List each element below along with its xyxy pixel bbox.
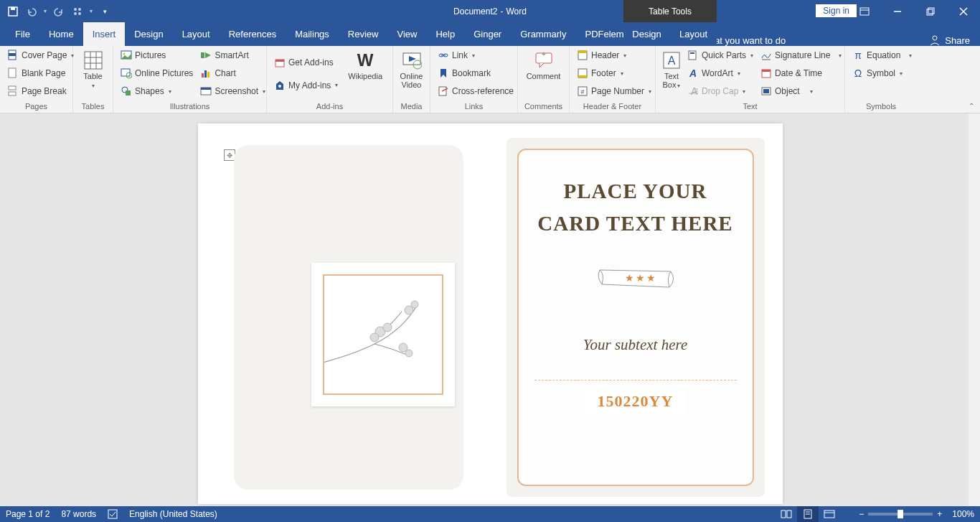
document-area[interactable]: ✥: [0, 113, 980, 506]
cover-page-button[interactable]: Cover Page▾: [6, 47, 75, 63]
pictures-button[interactable]: Pictures: [119, 47, 194, 63]
svg-rect-37: [201, 88, 211, 90]
read-mode-icon[interactable]: [776, 506, 797, 522]
wikipedia-button[interactable]: W Wikipedia: [344, 47, 387, 100]
vertical-scrollbar[interactable]: [969, 113, 980, 506]
tab-ginger[interactable]: Ginger: [464, 22, 511, 46]
blank-page-button[interactable]: Blank Page: [6, 65, 75, 81]
get-addins-button[interactable]: Get Add-ins: [273, 55, 339, 70]
save-icon[interactable]: [4, 3, 22, 20]
touch-more-icon[interactable]: ▾: [88, 3, 95, 20]
qat-customize-icon[interactable]: ▾: [96, 3, 113, 20]
word-count[interactable]: 87 words: [61, 509, 96, 519]
svg-text:★: ★: [646, 272, 656, 284]
page-number-button[interactable]: #Page Number▾: [575, 83, 653, 99]
footer-button[interactable]: Footer▾: [575, 65, 653, 81]
card-left-panel[interactable]: [234, 145, 463, 490]
close-icon[interactable]: [947, 0, 980, 22]
tab-grammarly[interactable]: Grammarly: [511, 22, 575, 46]
collapse-ribbon-icon[interactable]: ⌃: [969, 102, 974, 110]
comment-button[interactable]: + Comment: [524, 47, 563, 100]
online-pictures-button[interactable]: Online Pictures: [119, 65, 194, 81]
ribbon-display-icon[interactable]: [848, 0, 881, 22]
svg-text:★: ★: [625, 272, 634, 284]
share-button[interactable]: Share: [929, 34, 970, 46]
zoom-in-button[interactable]: +: [937, 509, 942, 519]
drop-cap-button[interactable]: ADrop Cap▾: [686, 83, 755, 99]
quick-parts-button[interactable]: Quick Parts▾: [686, 47, 755, 63]
card-code[interactable]: 150220YY: [585, 389, 687, 414]
spellcheck-icon[interactable]: [108, 509, 118, 519]
image-frame[interactable]: [311, 263, 455, 406]
undo-icon[interactable]: [23, 3, 40, 20]
card-right-panel[interactable]: PLACE YOUR CARD TEXT HERE ★ ★ ★ Your sub…: [507, 138, 765, 497]
symbol-button[interactable]: ΩSymbol▾: [851, 65, 913, 81]
svg-point-3: [78, 8, 81, 11]
screenshot-button[interactable]: Screenshot▾: [199, 83, 267, 99]
shapes-button[interactable]: Shapes▾: [119, 83, 194, 99]
equation-button[interactable]: πEquation▾: [851, 47, 913, 63]
footer-icon: [577, 67, 588, 79]
page-indicator[interactable]: Page 1 of 2: [6, 509, 50, 519]
tab-design[interactable]: Design: [125, 22, 172, 46]
card-title[interactable]: PLACE YOUR CARD TEXT HERE: [534, 175, 737, 240]
my-addins-button[interactable]: My Add-ins▾: [273, 78, 339, 93]
tab-mailings[interactable]: Mailings: [286, 22, 339, 46]
undo-more-icon[interactable]: ▾: [42, 3, 49, 20]
web-layout-icon[interactable]: [819, 506, 840, 522]
page-break-icon: [7, 85, 19, 97]
page-break-button[interactable]: Page Break: [6, 83, 75, 99]
object-button[interactable]: Object▾: [759, 83, 843, 99]
group-media: Online Video Media: [393, 46, 430, 113]
minimize-icon[interactable]: [881, 0, 914, 22]
tab-insert[interactable]: Insert: [83, 22, 126, 46]
svg-rect-67: [762, 70, 771, 72]
header-button[interactable]: Header▾: [575, 47, 653, 63]
quick-parts-icon: [687, 50, 699, 61]
svg-point-74: [370, 333, 379, 342]
chart-button[interactable]: Chart: [199, 65, 267, 81]
zoom-slider[interactable]: [868, 513, 933, 516]
group-pages: Cover Page▾ Blank Page Page Break Pages: [0, 46, 73, 113]
group-tables: Table▾ Tables: [73, 46, 113, 113]
cross-reference-button[interactable]: Cross-reference: [436, 83, 515, 99]
tab-references[interactable]: References: [220, 22, 286, 46]
card-subtext[interactable]: Your subtext here: [583, 336, 687, 354]
svg-point-76: [405, 350, 413, 357]
subtab-layout[interactable]: Layout: [670, 22, 717, 46]
tab-file[interactable]: File: [6, 22, 39, 46]
print-layout-icon[interactable]: [797, 506, 819, 522]
status-bar: Page 1 of 2 87 words English (United Sta…: [0, 506, 980, 522]
contextual-subtabs: Design Layout: [623, 22, 717, 46]
tab-review[interactable]: Review: [339, 22, 388, 46]
group-illustrations: Pictures Online Pictures Shapes▾ SmartAr…: [113, 46, 267, 113]
table-button[interactable]: Table▾: [79, 47, 107, 100]
redo-icon[interactable]: [50, 3, 67, 20]
wordart-button[interactable]: AWordArt▾: [686, 65, 755, 81]
tab-view[interactable]: View: [387, 22, 426, 46]
online-video-button[interactable]: Online Video: [399, 47, 424, 100]
dashed-divider: [534, 380, 737, 381]
tab-layout[interactable]: Layout: [173, 22, 220, 46]
smartart-button[interactable]: SmartArt: [199, 47, 267, 63]
tab-home[interactable]: Home: [39, 22, 83, 46]
svg-rect-34: [204, 70, 207, 78]
touch-mode-icon[interactable]: [69, 3, 86, 20]
signature-line-button[interactable]: Signature Line▾: [759, 47, 843, 63]
svg-point-2: [74, 8, 77, 11]
group-links: Link▾ Bookmark Cross-reference Links: [430, 46, 518, 113]
language-indicator[interactable]: English (United States): [129, 509, 217, 519]
date-time-button[interactable]: Date & Time: [759, 65, 843, 81]
svg-rect-51: [578, 51, 587, 53]
maximize-icon[interactable]: [914, 0, 947, 22]
page[interactable]: ✥: [198, 123, 783, 504]
subtab-design[interactable]: Design: [623, 22, 670, 46]
link-button[interactable]: Link▾: [436, 47, 515, 63]
tab-help[interactable]: Help: [426, 22, 464, 46]
zoom-level[interactable]: 100%: [952, 509, 974, 519]
bookmark-button[interactable]: Bookmark: [436, 65, 515, 81]
zoom-out-button[interactable]: −: [859, 509, 864, 519]
svg-rect-59: [690, 52, 694, 54]
text-box-button[interactable]: A Text Box▾: [661, 47, 682, 100]
object-icon: [760, 85, 772, 97]
